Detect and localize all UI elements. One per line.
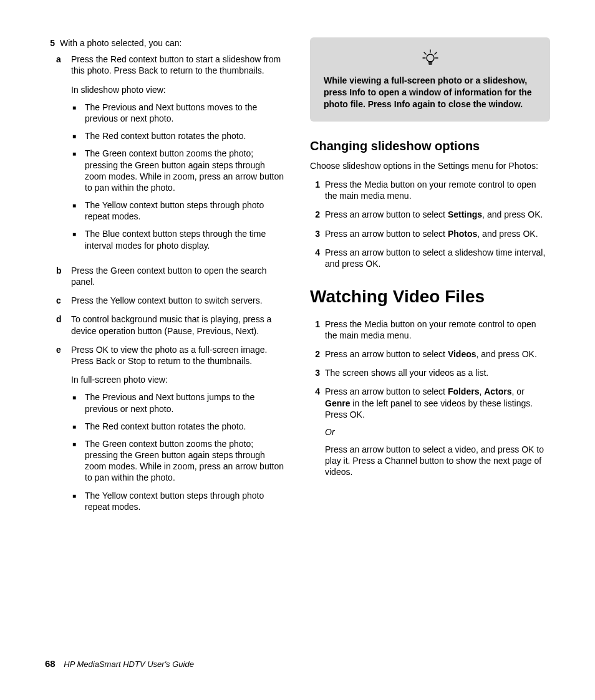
square-bullet-icon: ■ — [72, 148, 85, 193]
or-text: Or — [325, 426, 550, 438]
right-column: While viewing a full-screen photo or a s… — [310, 37, 550, 526]
bullet-item: ■The Red context button rotates the phot… — [72, 130, 285, 141]
bullet-item: ■The Red context button rotates the phot… — [72, 421, 285, 432]
page-footer: 68 HP MediaSmart HDTV User's Guide — [45, 658, 194, 670]
step-extra: Press an arrow button to select a video,… — [325, 444, 550, 478]
step-text: Press an arrow button to select Settings… — [325, 209, 550, 220]
changing-slideshow-heading: Changing slideshow options — [310, 138, 550, 154]
bullet-item: ■The Yellow context button steps through… — [72, 490, 285, 512]
step-number: 3 — [310, 228, 325, 239]
substep-letter: d — [56, 314, 71, 336]
list-item: 2 Press an arrow button to select Videos… — [310, 348, 550, 360]
footer-title: HP MediaSmart HDTV User's Guide — [64, 659, 194, 669]
substep-c: c Press the Yellow context button to swi… — [56, 295, 285, 306]
step-text: Press an arrow button to select Photos, … — [325, 228, 550, 239]
step-text: Press an arrow button to select a slides… — [325, 247, 550, 269]
step-5: 5 With a photo selected, you can: — [45, 37, 285, 49]
svg-line-2 — [424, 52, 426, 54]
step-text: The screen shows all your videos as a li… — [325, 367, 550, 378]
step-number: 4 — [310, 247, 325, 269]
substep-e: e Press OK to view the photo as a full-s… — [56, 344, 285, 519]
bullet-item: ■The Previous and Next buttons moves to … — [72, 102, 285, 124]
svg-point-0 — [427, 54, 434, 62]
step-text: Press the Media button on your remote co… — [325, 179, 550, 201]
square-bullet-icon: ■ — [72, 438, 85, 484]
bullet-item: ■The Previous and Next buttons jumps to … — [72, 391, 285, 414]
substep-d: d To control background music that is pl… — [56, 314, 285, 336]
square-bullet-icon: ■ — [72, 199, 85, 222]
substep-letter: b — [56, 265, 71, 287]
substep-letter: a — [56, 54, 71, 257]
list-item: 3 The screen shows all your videos as a … — [310, 367, 550, 378]
lightbulb-icon — [324, 49, 536, 70]
left-column: 5 With a photo selected, you can: a Pres… — [45, 37, 285, 526]
list-item: 4 Press an arrow button to select a slid… — [310, 247, 550, 269]
substep-b: b Press the Green context button to open… — [56, 265, 285, 287]
bullet-item: ■The Blue context button steps through t… — [72, 228, 285, 251]
step-number: 1 — [310, 179, 325, 201]
square-bullet-icon: ■ — [72, 102, 85, 124]
list-item: 2 Press an arrow button to select Settin… — [310, 209, 550, 220]
list-item: 1 Press the Media button on your remote … — [310, 319, 550, 341]
list-item: 1 Press the Media button on your remote … — [310, 179, 550, 201]
square-bullet-icon: ■ — [72, 130, 85, 141]
fullscreen-view-label: In full-screen photo view: — [71, 374, 285, 385]
list-item: 3 Press an arrow button to select Photos… — [310, 228, 550, 239]
substep-text: To control background music that is play… — [71, 314, 285, 336]
step-text: Press the Media button on your remote co… — [325, 319, 550, 341]
page-number: 68 — [45, 658, 56, 669]
step-number: 5 — [45, 37, 60, 49]
step-text: Press an arrow button to select Videos, … — [325, 348, 550, 360]
bullet-item: ■The Green context button zooms the phot… — [72, 438, 285, 484]
square-bullet-icon: ■ — [72, 391, 85, 414]
step-number: 2 — [310, 348, 325, 360]
intro-text: Choose slideshow options in the Settings… — [310, 160, 550, 171]
step-number: 2 — [310, 209, 325, 220]
substep-a: a Press the Red context button to start … — [56, 54, 285, 257]
tip-box: While viewing a full-screen photo or a s… — [310, 37, 550, 122]
substep-text: Press the Yellow context button to switc… — [71, 295, 285, 306]
substep-text: Press the Red context button to start a … — [71, 54, 285, 76]
watching-video-heading: Watching Video Files — [310, 285, 550, 308]
substep-text: Press OK to view the photo as a full-scr… — [71, 344, 285, 367]
step-number: 1 — [310, 319, 325, 341]
square-bullet-icon: ■ — [72, 490, 85, 512]
substep-letter: c — [56, 295, 71, 306]
svg-line-3 — [435, 52, 437, 54]
substep-text: Press the Green context button to open t… — [71, 265, 285, 287]
bullet-item: ■The Yellow context button steps through… — [72, 199, 285, 222]
bullet-item: ■The Green context button zooms the phot… — [72, 148, 285, 193]
step-text: Press an arrow button to select Folders,… — [325, 386, 550, 477]
slideshow-view-label: In slideshow photo view: — [71, 84, 285, 95]
substep-letter: e — [56, 344, 71, 519]
square-bullet-icon: ■ — [72, 421, 85, 432]
step-text: With a photo selected, you can: — [60, 37, 285, 49]
list-item: 4 Press an arrow button to select Folder… — [310, 386, 550, 477]
tip-text: While viewing a full-screen photo or a s… — [324, 75, 536, 110]
square-bullet-icon: ■ — [72, 228, 85, 251]
step-number: 3 — [310, 367, 325, 378]
step-number: 4 — [310, 386, 325, 477]
